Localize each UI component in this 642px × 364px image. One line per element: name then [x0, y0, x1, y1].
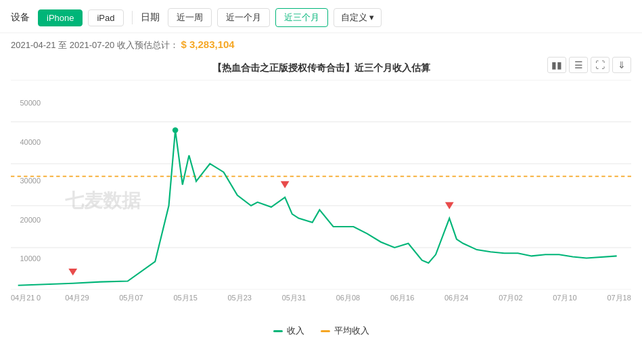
legend-income: 收入 [273, 325, 304, 337]
x-label-0515: 05月15 [173, 293, 197, 303]
legend-avg-color [321, 330, 330, 332]
custom-label: 自定义 ▾ [341, 12, 375, 24]
date-label: 日期 [141, 12, 160, 24]
legend-avg-label: 平均收入 [334, 325, 369, 337]
peak-dot [173, 127, 179, 133]
x-label-0710: 07月10 [553, 293, 576, 303]
x-label-0507: 05月07 [119, 293, 143, 303]
week-button[interactable]: 近一周 [168, 8, 212, 27]
x-label-0718: 07月18 [607, 293, 630, 303]
x-label-0616: 06月16 [390, 293, 414, 303]
legend: 收入 平均收入 [0, 321, 642, 341]
month-button[interactable]: 近一个月 [217, 8, 270, 27]
divider [132, 11, 133, 24]
toolbar: 设备 iPhone iPad 日期 近一周 近一个月 近三个月 自定义 ▾ [0, 0, 642, 33]
list-icon[interactable]: ☰ [569, 57, 588, 73]
marker-0608 [281, 181, 290, 188]
x-label-0702: 07月02 [499, 293, 522, 303]
device-label: 设备 [11, 12, 30, 24]
bar-chart-icon[interactable]: ▮▮ [547, 57, 566, 73]
x-label-0429: 04月29 [65, 293, 89, 303]
iphone-button[interactable]: iPhone [38, 9, 83, 26]
ipad-button[interactable]: iPad [88, 9, 123, 26]
date-range-text: 2021-04-21 至 2021-07-20 收入预估总计： [11, 40, 179, 50]
chart-tools: ▮▮ ☰ ⛶ ⇓ [547, 57, 631, 73]
revenue-line [18, 130, 617, 285]
legend-income-color [273, 330, 283, 332]
summary-bar: 2021-04-21 至 2021-07-20 收入预估总计： $ 3,283,… [0, 33, 642, 57]
total-amount: $ 3,283,104 [181, 39, 234, 50]
chart-svg-wrapper: 七麦数据 [11, 80, 631, 290]
x-label-0531: 05月31 [282, 293, 306, 303]
x-label-0608: 06月08 [336, 293, 360, 303]
x-label-0523: 05月23 [228, 293, 252, 303]
x-axis: 04月21 04月29 05月07 05月15 05月23 05月31 06月0… [11, 292, 631, 303]
download-icon[interactable]: ⇓ [612, 57, 631, 73]
three-month-button[interactable]: 近三个月 [275, 8, 328, 27]
legend-avg-income: 平均收入 [321, 325, 369, 337]
custom-date-button[interactable]: 自定义 ▾ [334, 8, 382, 27]
marker-0429 [68, 269, 77, 275]
x-label-0624: 06月24 [444, 293, 468, 303]
chart-container: 【热血合击之正版授权传奇合击】近三个月收入估算 ▮▮ ☰ ⛶ ⇓ 50000 4… [11, 57, 631, 321]
legend-income-label: 收入 [287, 325, 304, 337]
image-icon[interactable]: ⛶ [591, 57, 610, 73]
chart-svg [11, 80, 631, 290]
x-label-0421: 04月21 [11, 293, 35, 303]
chart-title: 【热血合击之正版授权传奇合击】近三个月收入估算 [212, 58, 430, 77]
